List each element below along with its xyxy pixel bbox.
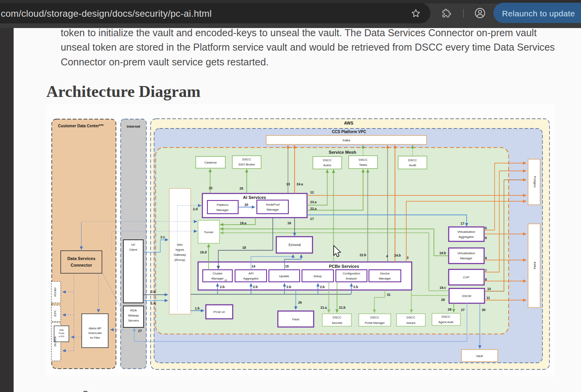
svg-text:28: 28 xyxy=(448,308,452,311)
svg-text:12: 12 xyxy=(310,190,314,194)
svg-text:23.a: 23.a xyxy=(310,200,317,204)
svg-text:Midway: Midway xyxy=(128,314,139,317)
svg-text:Device: Device xyxy=(380,272,390,275)
svg-text:Cluster: Cluster xyxy=(212,272,223,275)
svg-text:Issues: Issues xyxy=(406,321,415,325)
svg-text:GreenLake: GreenLake xyxy=(88,332,102,334)
svg-text:Secrets: Secrets xyxy=(332,321,342,325)
svg-text:NodePool: NodePool xyxy=(266,203,279,206)
svg-text:Ingres: Ingres xyxy=(176,248,184,251)
svg-text:Setup: Setup xyxy=(314,274,322,278)
svg-text:25: 25 xyxy=(240,186,244,190)
svg-text:Manager: Manager xyxy=(267,208,279,211)
svg-text:2.b: 2.b xyxy=(353,285,358,289)
svg-text:2.b: 2.b xyxy=(286,285,291,289)
svg-text:AI Services: AI Services xyxy=(243,195,266,200)
svg-text:5: 5 xyxy=(485,226,487,230)
svg-text:PCAI UI: PCAI UI xyxy=(214,310,225,314)
svg-text:Authz: Authz xyxy=(323,163,331,167)
svg-text:22.a: 22.a xyxy=(310,207,317,211)
svg-text:Audit: Audit xyxy=(409,163,416,167)
svg-text:19.a: 19.a xyxy=(240,221,246,225)
svg-text:18: 18 xyxy=(242,246,246,250)
svg-text:(Envoy): (Envoy) xyxy=(174,258,185,262)
svg-text:Servers: Servers xyxy=(128,319,139,322)
svg-text:AWS: AWS xyxy=(344,121,353,125)
svg-text:2.d: 2.d xyxy=(193,207,198,211)
svg-text:DSCC: DSCC xyxy=(442,315,451,318)
svg-text:RDA: RDA xyxy=(130,309,137,312)
svg-text:Manager: Manager xyxy=(460,257,472,260)
svg-text:29: 29 xyxy=(441,298,445,302)
svg-text:10: 10 xyxy=(487,287,491,291)
svg-text:Data Services: Data Services xyxy=(67,256,95,261)
svg-text:2.c: 2.c xyxy=(160,235,165,239)
svg-text:26: 26 xyxy=(298,301,302,304)
svg-text:vCenter: vCenter xyxy=(54,287,56,297)
svg-text:Internet: Internet xyxy=(127,124,141,128)
svg-text:8: 8 xyxy=(485,278,487,281)
svg-text:21.b: 21.b xyxy=(339,306,346,309)
svg-text:Connector: Connector xyxy=(71,263,93,267)
svg-text:API: API xyxy=(249,272,254,275)
svg-text:Platform: Platform xyxy=(217,203,228,207)
svg-text:Tunnel: Tunnel xyxy=(204,230,213,234)
svg-text:17: 17 xyxy=(461,221,465,225)
svg-text:3: 3 xyxy=(407,256,409,260)
svg-text:1.b: 1.b xyxy=(195,306,200,310)
svg-text:17: 17 xyxy=(310,217,314,221)
svg-text:19.c: 19.c xyxy=(439,286,446,290)
svg-text:Manager: Manager xyxy=(211,277,224,280)
svg-text:Service Mesh: Service Mesh xyxy=(329,150,356,155)
svg-text:4: 4 xyxy=(386,254,388,258)
svg-text:16: 16 xyxy=(288,221,291,225)
svg-text:21.a: 21.a xyxy=(320,306,327,309)
svg-text:DL380A: DL380A xyxy=(54,336,56,346)
svg-text:1.a: 1.a xyxy=(151,301,155,305)
svg-text:CCS Platform VPC: CCS Platform VPC xyxy=(332,130,366,134)
svg-text:Manager: Manager xyxy=(216,208,229,212)
svg-text:DSCC: DSCC xyxy=(408,158,417,162)
svg-text:Customer Data Center***: Customer Data Center*** xyxy=(58,124,104,128)
svg-text:DSCC: DSCC xyxy=(323,158,332,162)
svg-text:Aggregator: Aggregator xyxy=(458,235,474,239)
svg-text:13: 13 xyxy=(286,182,290,186)
svg-text:32: 32 xyxy=(209,186,213,190)
svg-text:Ezmeral: Ezmeral xyxy=(288,243,300,247)
svg-text:27: 27 xyxy=(461,308,465,312)
svg-text:Portal Manager: Portal Manager xyxy=(365,321,385,325)
svg-text:ESXi: ESXi xyxy=(54,310,56,316)
svg-text:PCBe Services: PCBe Services xyxy=(329,264,359,269)
svg-text:Virtualization: Virtualization xyxy=(457,251,475,255)
svg-text:Gateway: Gateway xyxy=(174,253,186,257)
svg-text:CVP: CVP xyxy=(463,276,469,279)
svg-text:Manager: Manager xyxy=(379,277,391,280)
svg-text:Alletra MP: Alletra MP xyxy=(89,327,102,330)
svg-text:2.b: 2.b xyxy=(253,285,258,289)
svg-text:Virtualization: Virtualization xyxy=(457,230,475,234)
svg-text:19.d: 19.d xyxy=(200,250,207,254)
svg-text:Agent Auth: Agent Auth xyxy=(438,320,453,324)
svg-text:14: 14 xyxy=(252,264,256,268)
svg-text:6: 6 xyxy=(485,236,487,240)
svg-text:Analyzer: Analyzer xyxy=(346,277,357,280)
svg-text:Fleet: Fleet xyxy=(292,318,300,321)
svg-text:2.a: 2.a xyxy=(151,290,155,294)
svg-text:Kafka: Kafka xyxy=(533,262,537,269)
svg-text:Vault: Vault xyxy=(476,354,483,358)
svg-text:2.b: 2.b xyxy=(220,285,225,289)
svg-text:15: 15 xyxy=(285,264,289,268)
svg-text:DSCC: DSCC xyxy=(370,316,379,319)
svg-text:30: 30 xyxy=(482,308,486,312)
svg-text:11: 11 xyxy=(486,296,490,300)
svg-text:24.b: 24.b xyxy=(394,253,401,257)
svg-text:UI/: UI/ xyxy=(131,243,135,246)
svg-text:26: 26 xyxy=(225,279,227,281)
svg-text:DSCC: DSCC xyxy=(242,158,251,161)
svg-text:DSCC: DSCC xyxy=(333,316,342,319)
svg-text:20: 20 xyxy=(244,203,248,207)
svg-text:SSO Broker: SSO Broker xyxy=(239,163,255,166)
svg-text:7: 7 xyxy=(485,269,487,272)
svg-text:DSCM: DSCM xyxy=(462,294,471,298)
svg-text:Tasks: Tasks xyxy=(359,163,367,167)
